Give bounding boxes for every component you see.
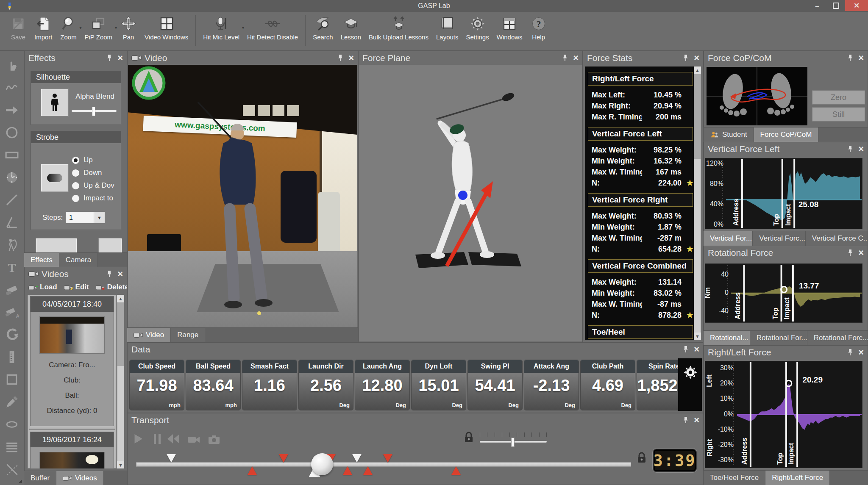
- rot-tab-0[interactable]: Rotational...: [704, 331, 750, 345]
- toolbar-pip-zoom-button[interactable]: PiP Zoom▾: [85, 14, 113, 41]
- toolbar-pan-button[interactable]: Pan: [120, 14, 137, 41]
- toolbar-hit-detect-disable-button[interactable]: Hit Detect Disable: [247, 14, 298, 41]
- pin-icon[interactable]: [683, 416, 689, 424]
- text-tool[interactable]: T: [3, 259, 20, 276]
- rot-tab-2[interactable]: Rotational Forc...: [807, 331, 868, 345]
- timeline-marker-red-down[interactable]: [279, 454, 288, 463]
- strobe-option-impact-to[interactable]: Impact to: [72, 194, 113, 202]
- radio-icon[interactable]: [72, 194, 80, 202]
- close-icon[interactable]: ×: [858, 53, 864, 63]
- effects-extra-button-2[interactable]: [99, 238, 122, 254]
- effects-tab-1[interactable]: Camera: [59, 253, 98, 267]
- pin-icon[interactable]: [847, 349, 853, 356]
- timeline-marker-red-up[interactable]: [451, 466, 461, 475]
- timeline-marker-red-down[interactable]: [383, 454, 392, 463]
- edit-video-button[interactable]: Edit: [64, 283, 89, 291]
- strobe-option-up[interactable]: Up: [72, 156, 93, 164]
- golfer-tool[interactable]: [3, 236, 20, 253]
- close-icon[interactable]: ×: [694, 416, 699, 425]
- ruler-tool[interactable]: [3, 349, 20, 366]
- radio-icon[interactable]: [72, 182, 80, 190]
- alpha-blend-slider[interactable]: [72, 110, 117, 112]
- rlf-tab-1[interactable]: Right/Left Force: [765, 471, 830, 485]
- photo-capture-icon[interactable]: [206, 432, 222, 448]
- timeline-marker-red-up[interactable]: [248, 466, 257, 475]
- radio-icon[interactable]: [72, 156, 80, 164]
- pin-icon[interactable]: [106, 270, 112, 277]
- close-icon[interactable]: ×: [694, 345, 699, 354]
- video-list-item[interactable]: 04/05/2017 18:40Camera: Fro...Club:Ball:…: [31, 297, 114, 426]
- strobe-option-up-dov[interactable]: Up & Dov: [72, 181, 114, 190]
- strip-corner-handle[interactable]: [18, 479, 22, 483]
- arrow-tool[interactable]: [3, 102, 20, 119]
- timeline-track[interactable]: [136, 463, 631, 466]
- toolbar-bulk-upload-lessons-button[interactable]: Bulk Upload Lessons: [369, 14, 428, 41]
- ellipse-tool[interactable]: [3, 416, 20, 433]
- freehand-draw-tool[interactable]: [3, 79, 20, 96]
- cut-tool[interactable]: [3, 461, 20, 478]
- angle-tool[interactable]: [3, 214, 20, 231]
- video-list-item[interactable]: 19/06/2017 16:24: [31, 432, 114, 468]
- eraser-tool[interactable]: [3, 281, 20, 298]
- close-icon[interactable]: ×: [694, 53, 699, 63]
- square-tool[interactable]: [3, 371, 20, 388]
- vfl-tab-2[interactable]: Vertical Force C...: [806, 231, 868, 246]
- force-plane-view[interactable]: [359, 65, 582, 341]
- toolbar-layouts-button[interactable]: Layouts: [436, 14, 459, 41]
- video-tab-0[interactable]: Video: [127, 328, 171, 342]
- timeline-marker-red-up[interactable]: [363, 466, 373, 475]
- pin-icon[interactable]: [106, 54, 112, 61]
- vfl-tab-1[interactable]: Vertical Forc...: [753, 231, 805, 246]
- ball-playhead[interactable]: [311, 453, 333, 475]
- eyedropper-tool[interactable]: [3, 394, 20, 410]
- timer-tool[interactable]: [3, 169, 20, 186]
- rectangle-tool[interactable]: [3, 147, 20, 164]
- video-tab-1[interactable]: Range: [171, 328, 205, 342]
- load-video-button[interactable]: +Load: [28, 283, 57, 291]
- vfl-tab-0[interactable]: Vertical For...: [704, 231, 753, 246]
- video-capture-icon[interactable]: [186, 432, 202, 448]
- stats-scrollbar[interactable]: ▲ ▼: [694, 67, 701, 340]
- time-lock-icon[interactable]: [637, 452, 646, 465]
- minimize-button[interactable]: –: [808, 0, 826, 11]
- videos-scrollbar[interactable]: ▲ ▼: [117, 295, 124, 468]
- close-icon[interactable]: ×: [348, 53, 354, 63]
- scroll-up-icon[interactable]: ▲: [694, 67, 701, 74]
- delete-video-button[interactable]: Delete: [96, 283, 129, 291]
- erase-all-tool[interactable]: A: [3, 304, 20, 321]
- maximize-button[interactable]: [826, 0, 845, 11]
- close-icon[interactable]: ×: [858, 144, 864, 154]
- gear-icon[interactable]: [682, 364, 698, 380]
- toolbar-windows-button[interactable]: Windows: [497, 14, 523, 41]
- rlf-tab-0[interactable]: Toe/Heel Force: [704, 471, 765, 485]
- silhouette-button[interactable]: [41, 89, 68, 116]
- toolbar-help-button[interactable]: ?Help: [530, 14, 547, 41]
- pin-icon[interactable]: [683, 54, 689, 61]
- cop-tab-0[interactable]: Student: [704, 127, 754, 142]
- dropdown-caret-icon[interactable]: ▾: [115, 25, 117, 30]
- video-frame[interactable]: www.gaspsystems.com: [128, 65, 357, 327]
- scroll-up-icon[interactable]: ▲: [117, 295, 124, 302]
- cop-tab-1[interactable]: Force CoP/CoM: [754, 127, 819, 142]
- lines-tool[interactable]: [3, 438, 20, 455]
- pause-button[interactable]: [149, 431, 165, 447]
- pin-icon[interactable]: [337, 54, 343, 61]
- close-icon[interactable]: ×: [858, 348, 864, 357]
- scroll-down-icon[interactable]: ▼: [694, 333, 701, 340]
- video-thumbnail[interactable]: [40, 452, 104, 468]
- effects-tab-0[interactable]: Effects: [24, 253, 59, 267]
- pointer-hand-tool[interactable]: [3, 57, 20, 74]
- dropdown-caret-icon[interactable]: ▾: [79, 25, 81, 30]
- radio-icon[interactable]: [72, 169, 80, 177]
- strobe-option-down[interactable]: Down: [72, 169, 102, 177]
- pin-icon[interactable]: [683, 346, 689, 353]
- dropdown-caret-icon[interactable]: ▾: [242, 25, 244, 30]
- rot-tab-1[interactable]: Rotational For...: [750, 331, 807, 345]
- toolbar-search-button[interactable]: Search: [313, 14, 333, 41]
- slider-thumb[interactable]: [511, 438, 515, 447]
- toolbar-import-button[interactable]: Import: [34, 14, 53, 41]
- scrollbar-thumb[interactable]: [117, 302, 124, 366]
- speed-lock-icon[interactable]: [464, 432, 473, 445]
- circle-tool[interactable]: [3, 124, 20, 141]
- toolbar-hit-mic-level-button[interactable]: Hit Mic Level▾: [203, 14, 239, 41]
